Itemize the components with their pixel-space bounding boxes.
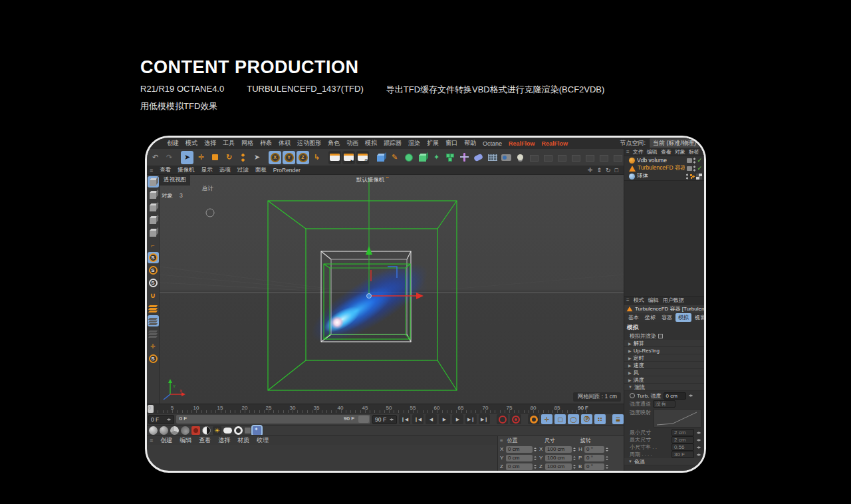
om-menu-tags[interactable]: 标签	[689, 148, 699, 156]
mat-menu-create[interactable]: 创建	[160, 436, 172, 445]
tweak-tool[interactable]: ➤	[251, 151, 263, 164]
key-pla-toggle[interactable]: ∷	[594, 414, 606, 424]
menu-mograph[interactable]: 运动图形	[297, 139, 321, 148]
menu-realflow-1[interactable]: RealFlow	[509, 140, 535, 147]
volume-icon[interactable]	[472, 151, 485, 164]
menu-tools[interactable]: 工具	[223, 139, 235, 148]
menu-mesh[interactable]: 网格	[241, 139, 253, 148]
group-vorticity[interactable]: ▶涡度	[624, 376, 704, 384]
group-color-temp[interactable]: ▼色温	[624, 458, 704, 465]
tab-simulation[interactable]: 模拟	[675, 313, 691, 322]
recent-tools-strip[interactable]	[237, 151, 249, 164]
enabled-check-icon[interactable]: ✓	[697, 157, 702, 164]
vp-menu-prorender[interactable]: ProRender	[273, 167, 301, 174]
key-rotation-toggle[interactable]: ◯	[568, 414, 579, 424]
workplane-icon[interactable]	[148, 303, 159, 314]
floor-icon[interactable]	[486, 151, 499, 164]
coords-burger-icon[interactable]: ≡	[500, 438, 503, 443]
key-parameter-toggle[interactable]: Ⓟ	[581, 414, 592, 424]
am-menu-userdata[interactable]: 用户数据	[663, 297, 684, 304]
lock-x-axis-button[interactable]: X	[269, 151, 281, 164]
lock-workplane-icon[interactable]	[148, 315, 159, 326]
prev-frame-button[interactable]: ◀	[426, 414, 437, 424]
vp-menu-filter[interactable]: 过滤	[237, 166, 249, 174]
emitter-tag-icon[interactable]	[689, 174, 695, 179]
material-camera-icon[interactable]	[191, 426, 200, 435]
visibility-dots[interactable]	[686, 174, 688, 180]
camera-label[interactable]: 默认摄像机	[356, 176, 389, 184]
visibility-dots[interactable]	[693, 158, 695, 164]
group-timing[interactable]: ▶定时	[624, 354, 704, 362]
edge-mode-icon[interactable]	[148, 227, 159, 238]
pos-y-field[interactable]: 0 cm	[506, 455, 533, 461]
mat-menu-view[interactable]: 查看	[199, 436, 211, 445]
goto-start-button[interactable]: ❙◀	[399, 414, 410, 424]
size-x-field[interactable]: 100 cm	[545, 446, 572, 453]
prev-key-button[interactable]: ❙◀	[412, 414, 424, 424]
vp-menu-display[interactable]: 显示	[201, 166, 213, 174]
pos-x-field[interactable]: 0 cm	[506, 446, 533, 453]
render-settings-button[interactable]: ⚙	[356, 151, 369, 164]
object-row-vdb[interactable]: Vdb volume ✓	[624, 156, 704, 164]
material-ring-icon[interactable]	[234, 426, 243, 435]
field-icon[interactable]	[458, 151, 471, 164]
object-row-sphere[interactable]: 球体	[624, 172, 704, 180]
enable-axis-icon[interactable]: S	[148, 252, 159, 263]
viewport-solo-icon[interactable]: S	[148, 265, 159, 276]
tab-container[interactable]: 容器	[659, 313, 675, 322]
generator-icon[interactable]	[416, 151, 429, 164]
om-menu-object[interactable]: 对象	[675, 148, 685, 156]
turbulence-strength-field[interactable]: 0 cm	[664, 392, 686, 400]
strength-map-curve[interactable]	[654, 409, 701, 428]
vp-menu-options[interactable]: 选项	[219, 166, 231, 174]
rot-p-field[interactable]: 0 °	[584, 455, 604, 461]
menu-help[interactable]: 帮助	[464, 139, 476, 148]
view-label[interactable]: 透视视图	[160, 175, 190, 186]
deformer-icon[interactable]: ✦	[430, 151, 443, 164]
mat-menu-texture[interactable]: 纹理	[257, 436, 269, 445]
light-icon[interactable]	[514, 151, 527, 164]
viewport-burger-icon[interactable]: ≡	[150, 167, 153, 174]
vp-menu-view[interactable]: 查看	[160, 166, 171, 174]
viewport-pan-icon[interactable]: ✛	[588, 167, 593, 174]
next-frame-button[interactable]: ▶	[452, 414, 463, 424]
menu-octane[interactable]: Octane	[483, 140, 502, 147]
viewport-solo-single-icon[interactable]: S	[148, 277, 159, 289]
menu-character[interactable]: 角色	[328, 139, 340, 148]
range-handle[interactable]	[358, 416, 369, 423]
simulate-render-checkbox[interactable]	[658, 334, 663, 338]
end-frame-spinner[interactable]: 90 F	[372, 415, 397, 424]
menu-simulate[interactable]: 模拟	[365, 139, 377, 148]
menu-select[interactable]: 选择	[204, 139, 216, 148]
coordinate-system-button[interactable]: ↳	[310, 151, 323, 164]
group-turbulence[interactable]: ▼湍流	[624, 384, 704, 391]
subdivision-surface-icon[interactable]	[402, 151, 415, 164]
move-tool[interactable]: ✛	[195, 151, 207, 164]
rot-b-field[interactable]: 0 °	[584, 463, 604, 470]
frame-range-slider[interactable]: 0 F 90 F	[176, 415, 370, 424]
period-field[interactable]: 30 F	[671, 451, 694, 458]
redo-icon[interactable]: ↷	[163, 151, 176, 164]
am-burger-icon[interactable]: ≡	[626, 297, 630, 303]
camera-icon[interactable]	[500, 151, 513, 164]
rotate-tool[interactable]: ↻	[223, 151, 235, 164]
tab-basic[interactable]: 基本	[626, 313, 642, 322]
small-size-rate-field[interactable]: 0.56	[671, 443, 694, 451]
menu-spline[interactable]: 样条	[260, 139, 272, 148]
am-menu-edit[interactable]: 编辑	[648, 297, 659, 304]
tab-coordinates[interactable]: 坐标	[642, 313, 658, 322]
solo-animation-button[interactable]: ≣	[612, 414, 624, 424]
scale-tool[interactable]	[209, 151, 221, 164]
material-sphere-icon-3[interactable]	[170, 426, 179, 435]
key-position-toggle[interactable]: ✛	[541, 414, 552, 424]
am-menu-mode[interactable]: 模式	[634, 297, 644, 304]
max-size-field[interactable]: 2 cm	[671, 436, 694, 443]
menu-mode[interactable]: 模式	[185, 139, 197, 148]
editor-toggle[interactable]	[687, 166, 692, 171]
autokey-button[interactable]	[510, 414, 521, 424]
viewport-canvas[interactable]: Y X 透视视图 总计 对象3 默认摄像机 网格间距 : 1 cm	[160, 175, 624, 404]
texture-mode-icon[interactable]	[148, 201, 159, 213]
material-pill-icon[interactable]	[223, 428, 232, 434]
mat-menu-material[interactable]: 材质	[237, 436, 249, 445]
visibility-dots[interactable]	[693, 166, 695, 172]
